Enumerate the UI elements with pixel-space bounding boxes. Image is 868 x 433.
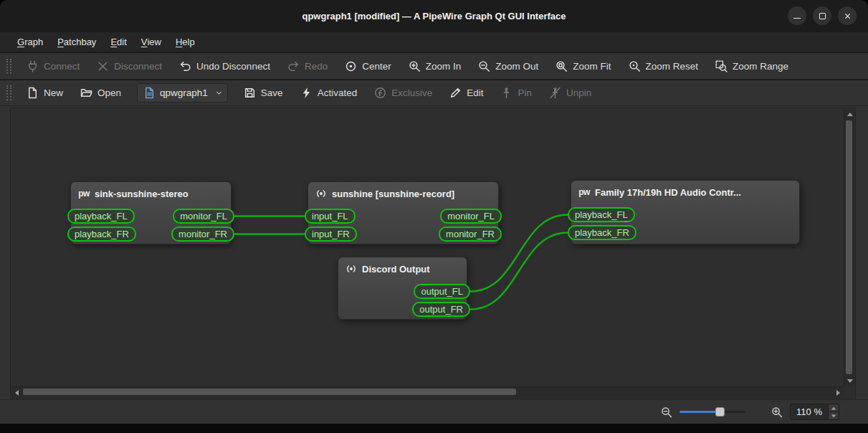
scroll-up-button[interactable] [844, 109, 855, 120]
node-title-bar[interactable]: sunshine [sunshine-record] [308, 182, 498, 202]
port-monitor_FR[interactable]: monitor_FR [439, 227, 502, 242]
vertical-scrollbar[interactable] [844, 109, 854, 386]
zoom-fit-button[interactable]: Zoom Fit [547, 53, 619, 79]
scroll-right-button[interactable] [833, 387, 844, 398]
zoom-spin-arrows [828, 404, 839, 419]
menu-patchbay[interactable]: Patchbay [50, 32, 103, 52]
zoom-spinbox[interactable]: 110 % [790, 404, 839, 420]
arrow-up-icon [831, 406, 836, 409]
node-title-bar[interactable]: Discord Output [338, 257, 467, 277]
input-ports: input_FLinput_FR [305, 209, 357, 242]
toolbar-button-label: Zoom Range [733, 61, 788, 72]
node-title-bar[interactable]: pwFamily 17h/19h HD Audio Contr... [571, 181, 799, 201]
zoom-range-button[interactable]: Zoom Range [707, 53, 797, 79]
pin-button[interactable]: Pin [492, 80, 540, 105]
port-playback_FR[interactable]: playback_FR [568, 225, 636, 240]
toolbar-button-label: Open [97, 87, 121, 98]
menu-view[interactable]: View [134, 32, 168, 52]
node-discord-output[interactable]: Discord Outputoutput_FLoutput_FR [338, 257, 467, 320]
center-icon [345, 60, 357, 72]
input-ports: playback_FLplayback_FR [568, 207, 636, 240]
zoom-spin-up-button[interactable] [829, 404, 839, 412]
patchbay-profile-combo[interactable]: qpwgraph1 [137, 83, 228, 103]
port-playback_FL[interactable]: playback_FL [67, 209, 135, 224]
arrow-down-icon [831, 414, 836, 417]
scroll-down-button[interactable] [844, 376, 855, 386]
toolbar-button-label: Pin [518, 87, 532, 98]
undo-disconnect-button[interactable]: Undo Disconnect [171, 53, 279, 79]
toolbar-drag-handle[interactable] [6, 85, 11, 100]
vertical-scrollbar-handle[interactable] [846, 120, 852, 374]
output-ports: output_FLoutput_FR [412, 284, 470, 317]
center-button[interactable]: Center [336, 53, 400, 79]
toolbar-button-label: Zoom Reset [646, 61, 699, 72]
activated-button[interactable]: Activated [292, 80, 366, 105]
node-sink-sunshine-stereo[interactable]: pwsink-sunshine-stereoplayback_FLplaybac… [70, 181, 232, 244]
toolbar-drag-handle[interactable] [6, 59, 11, 74]
zoom-in-icon [771, 406, 783, 418]
open-button[interactable]: Open [72, 80, 130, 105]
port-input_FL[interactable]: input_FL [305, 209, 356, 224]
zoom-out-button[interactable]: Zoom Out [469, 53, 547, 79]
statusbar-zoom-out[interactable] [661, 406, 672, 418]
statusbar-zoom-in[interactable] [771, 406, 783, 418]
node-title: sunshine [sunshine-record] [332, 189, 454, 199]
output-ports: monitor_FLmonitor_FR [171, 209, 234, 242]
zoom-slider[interactable] [679, 406, 745, 417]
menu-graph[interactable]: Graph [10, 32, 50, 52]
node-title-bar[interactable]: pwsink-sunshine-stereo [71, 182, 231, 202]
port-output_FR[interactable]: output_FR [412, 302, 470, 317]
horizontal-scrollbar[interactable] [11, 386, 844, 397]
edit-button[interactable]: Edit [441, 80, 492, 105]
titlebar[interactable]: qpwgraph1 [modified] — A PipeWire Graph … [0, 0, 868, 32]
undo-icon [179, 60, 191, 72]
save-icon [244, 87, 256, 99]
graph-canvas[interactable]: pwsink-sunshine-stereoplayback_FLplaybac… [11, 109, 844, 386]
menu-edit[interactable]: Edit [103, 32, 133, 52]
zoom-reset-button[interactable]: Zoom Reset [620, 53, 707, 79]
horizontal-scrollbar-handle[interactable] [23, 389, 516, 395]
redo-button[interactable]: Redo [279, 53, 336, 79]
node-title: Discord Output [362, 264, 430, 275]
arrow-left-icon [15, 390, 19, 396]
pipewire-icon: pw [578, 186, 590, 198]
exclusive-button[interactable]: Exclusive [366, 80, 441, 105]
toolbar-button-label: Center [362, 61, 391, 72]
audio-node-icon [315, 188, 327, 199]
node-family-audio[interactable]: pwFamily 17h/19h HD Audio Contr...playba… [571, 180, 800, 244]
zoom-slider-handle[interactable] [715, 407, 725, 417]
zoom-spin-down-button[interactable] [829, 412, 839, 419]
graph-canvas-frame: pwsink-sunshine-stereoplayback_FLplaybac… [10, 108, 856, 399]
port-input_FR[interactable]: input_FR [305, 227, 357, 242]
zoom-in-button[interactable]: Zoom In [400, 53, 470, 79]
port-monitor_FR[interactable]: monitor_FR [171, 227, 234, 242]
menu-help[interactable]: Help [168, 32, 202, 52]
port-monitor_FL[interactable]: monitor_FL [440, 209, 502, 224]
window-controls [788, 6, 857, 25]
graph-toolbar: ConnectDisconnectUndo DisconnectRedoCent… [0, 53, 868, 80]
edit-icon [449, 87, 462, 99]
window-bottom-edge [0, 424, 868, 433]
minimize-button[interactable] [788, 6, 806, 25]
window-maximize-icon [819, 13, 826, 19]
connection-wires-layer [11, 109, 844, 386]
node-sunshine[interactable]: sunshine [sunshine-record]input_FLinput_… [307, 181, 499, 244]
window-minimize-icon [793, 18, 801, 19]
save-button[interactable]: Save [235, 80, 292, 105]
patchbay-toolbar: NewOpenqpwgraph1SaveActivatedExclusiveEd… [0, 80, 868, 106]
port-playback_FR[interactable]: playback_FR [67, 227, 136, 242]
zoom-out-icon [661, 406, 672, 418]
disconnect-button[interactable]: Disconnect [88, 53, 171, 79]
port-playback_FL[interactable]: playback_FL [568, 207, 635, 222]
unpin-button[interactable]: Unpin [540, 80, 600, 105]
toolbar-button-label: Redo [305, 61, 328, 72]
scroll-left-button[interactable] [11, 387, 22, 398]
port-monitor_FL[interactable]: monitor_FL [173, 209, 234, 224]
maximize-button[interactable] [813, 6, 831, 25]
close-button[interactable] [838, 6, 857, 25]
new-button[interactable]: New [18, 80, 72, 105]
port-output_FL[interactable]: output_FL [414, 284, 470, 299]
connect-button[interactable]: Connect [18, 53, 88, 79]
toolbar-button-label: Zoom Out [495, 61, 538, 72]
menubar: GraphPatchbayEditViewHelp [0, 32, 868, 52]
